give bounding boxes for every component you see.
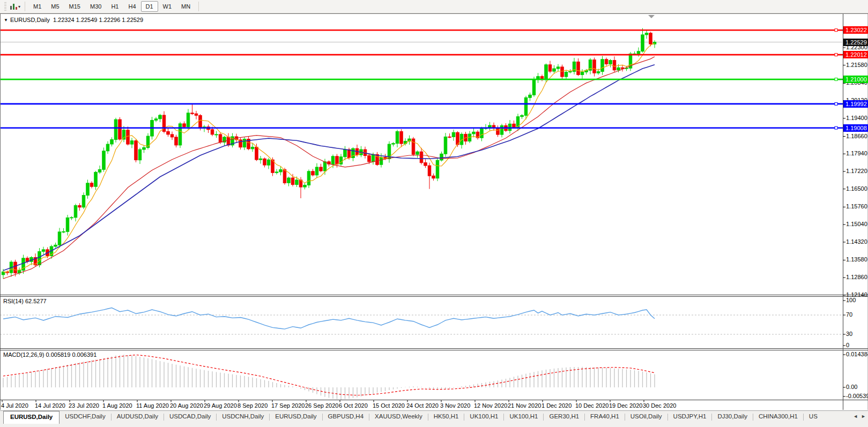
chart-tab-hk50-h1[interactable]: HK50,H1 (428, 411, 464, 422)
tab-scroll-left-icon[interactable]: ◄ (853, 414, 858, 419)
date-label: 14 Jul 2020 (35, 402, 65, 409)
date-label: 24 Oct 2020 (406, 402, 439, 409)
price-tick-label: 1.18660 (846, 133, 867, 139)
symbol-collapse-icon[interactable]: ▼ (4, 18, 8, 23)
date-label: 1 Aug 2020 (102, 402, 132, 409)
chart-tab-uk100-h1[interactable]: UK100,H1 (504, 411, 543, 422)
hline-price-chip: 1.21000 (843, 76, 868, 83)
date-label: 12 Nov 2020 (474, 402, 507, 409)
chart-tab-eurusd-daily[interactable]: EURUSD,Daily (3, 411, 60, 424)
chart-ohlc-values: 1.22324 1.22549 1.22296 1.22529 (53, 17, 143, 23)
date-label: 23 Jul 2020 (69, 402, 99, 409)
date-label: 20 Aug 2020 (170, 402, 203, 409)
price-tick-label: 1.12860 (846, 274, 867, 280)
chart-tab-eurusd-daily[interactable]: EURUSD,Daily (270, 411, 322, 422)
hline-price-chip: 1.22012 (843, 51, 868, 58)
rsi-tick-label: 70 (846, 311, 852, 318)
rsi-tick-label: 0 (846, 342, 849, 348)
date-label: 6 Oct 2020 (339, 402, 368, 409)
date-label: 11 Aug 2020 (136, 402, 169, 409)
tab-scroll-right-icon[interactable]: ► (861, 414, 866, 419)
date-label: 29 Aug 2020 (204, 402, 237, 409)
macd-tick-label: -0.005396 (846, 393, 868, 399)
date-label: 30 Dec 2020 (643, 402, 676, 409)
date-label: 17 Sep 2020 (271, 402, 305, 409)
chart-canvas[interactable] (0, 0, 868, 427)
hline-price-chip: 1.19008 (843, 124, 868, 132)
chart-tab-ger30-h1[interactable]: GER30,H1 (544, 411, 584, 422)
chart-tab-us[interactable]: US (804, 411, 818, 422)
hline-price-chip: 1.23022 (843, 26, 868, 34)
chart-tab-usdchf-daily[interactable]: USDCHF,Daily (60, 411, 110, 422)
rsi-indicator-label: RSI(14) 62.5277 (3, 298, 47, 304)
chart-tab-usdcnh-daily[interactable]: USDCNH,Daily (217, 411, 269, 422)
date-label: 19 Dec 2020 (609, 402, 642, 409)
chart-title: ▼EURUSD,Daily1.22324 1.22549 1.22296 1.2… (4, 17, 143, 23)
price-tick-label: 1.17940 (846, 150, 867, 156)
price-tick-label: 1.19400 (846, 115, 867, 121)
chart-tab-gbpusd-h4[interactable]: GBPUSD,H4 (323, 411, 369, 422)
chart-tab-usoil-daily[interactable]: USOil,Daily (625, 411, 667, 422)
date-label: 8 Sep 2020 (238, 402, 268, 409)
macd-tick-label: 0.00 (846, 384, 857, 390)
price-tick-label: 1.15040 (846, 221, 867, 227)
chart-tab-china300-h1[interactable]: CHINA300,H1 (753, 411, 803, 422)
chart-tab-audusd-daily[interactable]: AUDUSD,Daily (112, 411, 164, 422)
date-label: 3 Nov 2020 (440, 402, 470, 409)
chart-tab-usdjpy-h1[interactable]: USDJPY,H1 (668, 411, 712, 422)
chart-tab-fra40-h1[interactable]: FRA40,H1 (585, 411, 625, 422)
date-label: 21 Nov 2020 (508, 402, 541, 409)
date-label: 1 Dec 2020 (541, 402, 572, 409)
date-label: 26 Sep 2020 (305, 402, 338, 409)
chart-tab-xauusd-weekly[interactable]: XAUUSD,Weekly (369, 411, 428, 422)
rsi-tick-label: 30 (846, 331, 852, 337)
macd-indicator-label: MACD(12,26,9) 0.005819 0.006391 (3, 351, 97, 358)
price-tick-label: 1.14320 (846, 238, 867, 245)
chart-tab-bar: EURUSD,DailyUSDCHF,DailyAUDUSD,DailyUSDC… (0, 410, 868, 427)
price-tick-label: 1.21580 (846, 62, 867, 68)
price-tick-label: 1.17220 (846, 168, 867, 174)
price-tick-label: 1.16500 (846, 185, 867, 192)
mt4-window: ▾ M1M5M15M30H1H4D1W1MN ▼EURUSD,Daily1.22… (0, 0, 868, 427)
macd-tick-label: 0.014384 (846, 351, 868, 357)
date-label: 4 Jul 2020 (1, 402, 28, 409)
price-tick-label: 1.13580 (846, 256, 867, 263)
rsi-tick-label: 100 (846, 297, 856, 303)
date-label: 15 Oct 2020 (373, 402, 405, 409)
chart-tab-dj30-daily[interactable]: DJ30,Daily (712, 411, 753, 422)
tab-scroll-arrows: ◄ ► (853, 414, 866, 419)
chart-tab-usdcad-daily[interactable]: USDCAD,Daily (164, 411, 216, 422)
chart-symbol-label: EURUSD,Daily (10, 17, 50, 23)
date-label: 10 Dec 2020 (575, 402, 609, 409)
current-price-chip: 1.22529 (843, 39, 868, 46)
hline-price-chip: 1.19992 (843, 100, 868, 108)
price-tick-label: 1.15760 (846, 203, 867, 209)
chart-tab-uk100-h1[interactable]: UK100,H1 (464, 411, 503, 422)
